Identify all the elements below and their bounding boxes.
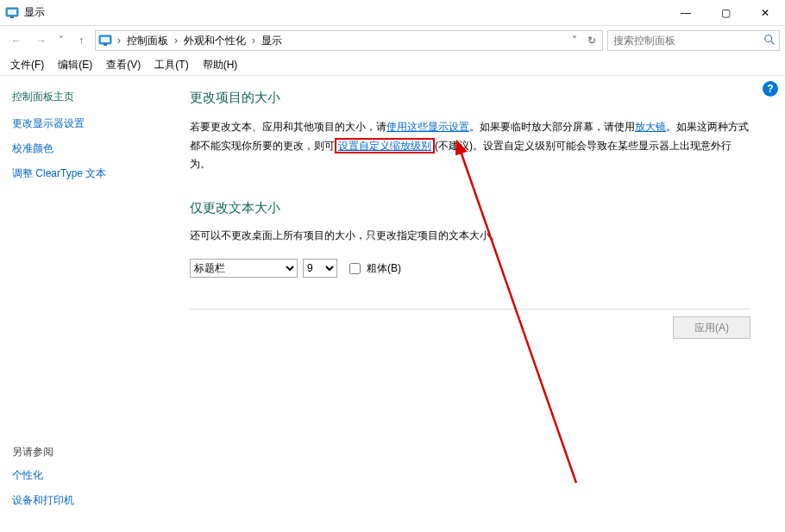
menu-view[interactable]: 查看(V)	[99, 56, 148, 74]
title-bar: 显示 — ▢ ✕	[0, 0, 785, 26]
paragraph-2: 还可以不更改桌面上所有项目的大小，只更改指定项目的文本大小。	[190, 227, 750, 246]
nav-row: ← → ˅ ↑ › 控制面板 › 外观和个性化 › 显示 ˅ ↻	[0, 26, 785, 55]
main-pane: 更改项目的大小 若要更改文本、应用和其他项目的大小，请使用这些显示设置。如果要临…	[173, 76, 785, 532]
breadcrumb-item[interactable]: 外观和个性化	[180, 34, 249, 48]
divider	[190, 309, 750, 310]
menu-edit[interactable]: 编辑(E)	[51, 56, 99, 74]
sidebar-task-cleartype[interactable]: 调整 ClearType 文本	[12, 166, 160, 181]
svg-rect-2	[10, 16, 14, 18]
refresh-button[interactable]: ↻	[583, 31, 600, 50]
chevron-right-icon[interactable]: ›	[115, 34, 123, 47]
back-button[interactable]: ←	[5, 29, 28, 52]
text-size-controls: 标题栏 9 粗体(B)	[190, 259, 750, 278]
see-also-label: 另请参阅	[12, 428, 160, 460]
help-icon[interactable]: ?	[763, 81, 778, 97]
heading-change-item-size: 更改项目的大小	[190, 90, 750, 106]
svg-rect-4	[101, 37, 110, 42]
forward-button[interactable]: →	[30, 29, 53, 52]
up-button[interactable]: ↑	[70, 29, 92, 52]
svg-rect-5	[104, 44, 107, 46]
address-dropdown[interactable]: ˅	[566, 31, 583, 50]
control-panel-home-link[interactable]: 控制面板主页	[12, 90, 160, 104]
address-icon	[97, 33, 113, 48]
search-input[interactable]	[612, 34, 763, 47]
recent-dropdown[interactable]: ˅	[55, 29, 67, 52]
text-item-select[interactable]: 标题栏	[190, 259, 298, 278]
bold-checkbox[interactable]	[349, 263, 361, 274]
sidebar-see-also-devices[interactable]: 设备和打印机	[12, 493, 160, 508]
annotation-highlight-box: 设置自定义缩放级别	[335, 138, 435, 153]
window-title: 显示	[24, 5, 45, 20]
p1-text-a: 若要更改文本、应用和其他项目的大小，请	[190, 121, 386, 133]
search-box[interactable]	[607, 30, 780, 51]
body-area: 控制面板主页 更改显示器设置 校准颜色 调整 ClearType 文本 另请参阅…	[0, 76, 785, 532]
breadcrumb-item[interactable]: 控制面板	[123, 34, 172, 48]
sidebar-task-change-display[interactable]: 更改显示器设置	[12, 116, 160, 131]
side-pane: 控制面板主页 更改显示器设置 校准颜色 调整 ClearType 文本 另请参阅…	[0, 76, 173, 532]
apply-button[interactable]: 应用(A)	[673, 316, 750, 339]
menu-file[interactable]: 文件(F)	[3, 56, 51, 74]
sidebar-task-calibrate-color[interactable]: 校准颜色	[12, 141, 160, 156]
app-icon	[5, 6, 19, 20]
bold-label: 粗体(B)	[367, 261, 401, 276]
breadcrumb: › 控制面板 › 外观和个性化 › 显示	[115, 34, 566, 48]
svg-line-7	[771, 41, 775, 44]
svg-rect-1	[8, 9, 16, 15]
p1-text-b: 。如果要临时放大部分屏幕，请使用	[469, 121, 635, 133]
chevron-right-icon[interactable]: ›	[172, 34, 180, 47]
menu-bar: 文件(F) 编辑(E) 查看(V) 工具(T) 帮助(H)	[0, 55, 785, 76]
close-button[interactable]: ✕	[745, 0, 785, 26]
svg-point-6	[765, 34, 772, 41]
menu-help[interactable]: 帮助(H)	[196, 56, 245, 74]
window-controls: — ▢ ✕	[666, 0, 785, 26]
link-use-display-settings[interactable]: 使用这些显示设置	[386, 121, 469, 133]
bold-checkbox-label[interactable]: 粗体(B)	[346, 260, 401, 277]
link-magnifier[interactable]: 放大镜	[635, 121, 666, 133]
address-bar[interactable]: › 控制面板 › 外观和个性化 › 显示 ˅ ↻	[95, 30, 603, 51]
maximize-button[interactable]: ▢	[706, 0, 745, 26]
heading-change-text-size-only: 仅更改文本大小	[190, 200, 750, 216]
text-size-select[interactable]: 9	[303, 259, 337, 278]
menu-tools[interactable]: 工具(T)	[148, 56, 195, 74]
sidebar-see-also-personalization[interactable]: 个性化	[12, 468, 160, 483]
minimize-button[interactable]: —	[666, 0, 706, 26]
link-custom-scaling[interactable]: 设置自定义缩放级别	[338, 140, 431, 152]
chevron-right-icon[interactable]: ›	[249, 34, 258, 47]
breadcrumb-item[interactable]: 显示	[258, 34, 286, 48]
paragraph-1: 若要更改文本、应用和其他项目的大小，请使用这些显示设置。如果要临时放大部分屏幕，…	[190, 118, 750, 174]
apply-row: 应用(A)	[190, 316, 750, 339]
search-icon[interactable]	[763, 34, 776, 48]
